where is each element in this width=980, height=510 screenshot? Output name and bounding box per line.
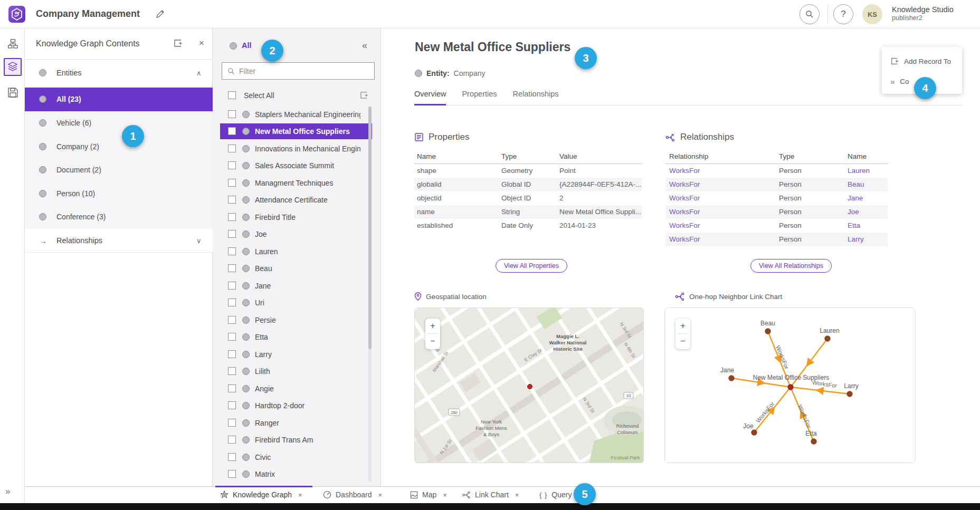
item-checkbox[interactable] [228, 196, 236, 204]
search-button[interactable] [800, 4, 820, 24]
scrollbar-thumb[interactable] [368, 107, 372, 349]
avatar[interactable]: KS [862, 4, 882, 24]
item-checkbox[interactable] [228, 367, 236, 375]
item-checkbox[interactable] [228, 316, 236, 324]
relationship-link[interactable]: WorksFor [669, 233, 700, 246]
list-item[interactable]: Firebird Trans Am [213, 432, 381, 448]
item-checkbox[interactable] [228, 299, 236, 306]
view-tab-link-chart[interactable]: Link Chart × [462, 486, 519, 503]
list-item[interactable]: Hardtop 2-door [213, 398, 381, 413]
map-zoom-control[interactable]: + − [425, 319, 440, 349]
zoom-in-button[interactable]: + [675, 319, 690, 333]
item-checkbox[interactable] [228, 384, 236, 392]
relationship-link[interactable]: WorksFor [669, 164, 700, 178]
view-tab-dashboard[interactable]: Dashboard × [323, 486, 382, 503]
item-checkbox[interactable] [228, 470, 236, 478]
relationship-link[interactable]: WorksFor [669, 178, 700, 191]
chevron-down-icon[interactable]: ∨ [196, 229, 202, 253]
entity-link[interactable]: Etta [848, 219, 860, 233]
list-item[interactable]: Managment Techniques [213, 175, 381, 191]
item-checkbox[interactable] [228, 350, 236, 358]
item-checkbox[interactable] [228, 110, 236, 118]
list-item[interactable]: Ranger [213, 415, 381, 431]
close-icon[interactable]: × [513, 491, 519, 499]
geospatial-map[interactable]: N 3rd St N 4th St N 3rd St E Clay St Mar… [414, 307, 644, 463]
entity-link[interactable]: Jane [848, 191, 863, 205]
item-checkbox[interactable] [228, 264, 236, 272]
link-chart[interactable]: WorksFor WorksFor WorksFor WorksFor Beau… [664, 307, 916, 463]
app-logo-icon[interactable] [8, 6, 25, 23]
select-all-row[interactable]: Select All [213, 88, 381, 103]
select-all-checkbox[interactable] [228, 91, 236, 99]
entity-type-document[interactable]: Document (2) [25, 158, 213, 182]
list-item[interactable]: Joe [213, 226, 381, 242]
relationship-link[interactable]: WorksFor [669, 219, 700, 233]
list-item[interactable]: Civic [213, 449, 381, 465]
zoom-in-button[interactable]: + [425, 319, 440, 333]
filter-input[interactable] [239, 67, 360, 75]
view-tab-knowledge-graph[interactable]: Knowledge Graph × [220, 486, 302, 503]
chevron-up-icon[interactable]: ∧ [196, 61, 202, 85]
entity-link[interactable]: Joe [848, 205, 859, 219]
layers-icon[interactable] [4, 58, 22, 76]
relationships-group-row[interactable]: → Relationships ∨ [25, 229, 213, 253]
add-record-icon[interactable] [359, 91, 368, 100]
entity-type-conference[interactable]: Conference (3) [25, 205, 213, 229]
entity-type-all[interactable]: All (23) [25, 88, 213, 111]
list-item[interactable]: Sales Associate Summit [213, 158, 381, 174]
list-item[interactable]: Firebird Title [213, 209, 381, 225]
list-item[interactable]: Attendance Certificate [213, 192, 381, 208]
view-tab-map[interactable]: Map × [410, 486, 447, 503]
list-item[interactable]: Uri [213, 295, 381, 311]
collapse-panel-icon[interactable]: « [362, 40, 367, 51]
chart-zoom-control[interactable]: + − [675, 319, 690, 349]
item-checkbox[interactable] [228, 179, 236, 187]
view-all-properties-button[interactable]: View All Properties [496, 259, 567, 273]
item-checkbox[interactable] [228, 213, 236, 221]
tab-relationships[interactable]: Relationships [513, 83, 559, 105]
item-checkbox[interactable] [228, 247, 236, 255]
item-checkbox[interactable] [228, 419, 236, 427]
list-item[interactable]: Lilith [213, 363, 381, 379]
edit-title-icon[interactable] [155, 9, 165, 20]
item-checkbox[interactable] [228, 230, 236, 238]
expand-rail-icon[interactable]: » [5, 486, 9, 497]
tab-overview[interactable]: Overview [414, 83, 446, 105]
list-item-selected[interactable]: New Metal Office Suppliers [213, 123, 381, 139]
close-icon[interactable]: × [199, 38, 204, 49]
zoom-out-button[interactable]: − [425, 334, 440, 349]
entity-link[interactable]: Larry [848, 233, 864, 246]
list-item[interactable]: Beau [213, 261, 381, 276]
relationship-link[interactable]: WorksFor [669, 191, 700, 205]
list-item[interactable]: Jane [213, 278, 381, 294]
relationship-link[interactable]: WorksFor [669, 205, 700, 219]
entity-type-vehicle[interactable]: Vehicle (6) [25, 111, 213, 135]
zoom-out-button[interactable]: − [675, 334, 690, 349]
list-item[interactable]: Persie [213, 312, 381, 328]
hierarchy-icon[interactable] [4, 35, 22, 53]
item-checkbox[interactable] [228, 401, 236, 409]
list-item[interactable]: Etta [213, 329, 381, 345]
list-item[interactable]: Matrix [213, 466, 381, 482]
menu-item-add-record-to[interactable]: Add Record To [882, 52, 962, 70]
list-item[interactable]: Larry [213, 347, 381, 362]
view-all-relationships-button[interactable]: View All Relationships [750, 259, 832, 273]
entity-link[interactable]: Beau [848, 178, 864, 191]
close-icon[interactable]: × [296, 491, 302, 499]
save-icon[interactable] [4, 83, 22, 101]
add-record-icon[interactable] [173, 39, 183, 48]
list-item[interactable]: Angie [213, 381, 381, 397]
user-menu[interactable]: Knowledge Studio publisher2 [892, 5, 954, 23]
view-tab-query[interactable]: { } Query [539, 486, 572, 503]
item-checkbox[interactable] [228, 333, 236, 341]
list-item[interactable]: Innovations in Mechanical Engin... [213, 141, 381, 157]
entity-type-company[interactable]: Company (2) [25, 135, 213, 159]
entity-type-person[interactable]: Person (10) [25, 182, 213, 206]
list-item[interactable]: Lauren [213, 244, 381, 259]
entity-link[interactable]: Lauren [848, 164, 870, 178]
item-checkbox[interactable] [228, 145, 236, 152]
item-checkbox[interactable] [228, 436, 236, 444]
help-button[interactable]: ? [833, 4, 853, 24]
item-checkbox[interactable] [228, 282, 236, 290]
entities-group-row[interactable]: Entities ∧ [25, 61, 213, 85]
